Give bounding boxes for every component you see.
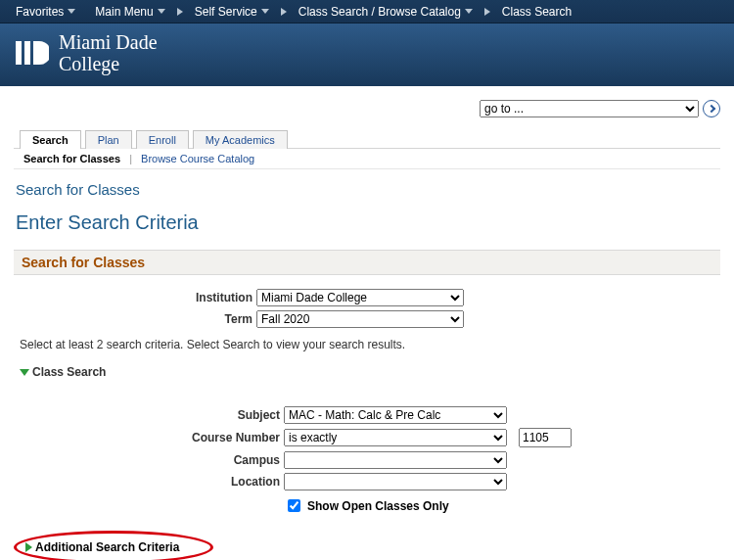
location-label: Location — [14, 475, 284, 489]
banner-line1: Miami Dade — [59, 31, 158, 53]
tab-plan[interactable]: Plan — [85, 130, 132, 149]
tab-search[interactable]: Search — [20, 130, 81, 149]
tab-enroll[interactable]: Enroll — [136, 130, 189, 149]
goto-select[interactable]: go to ... — [480, 100, 699, 117]
subtab-divider: | — [129, 153, 132, 164]
banner: Miami Dade College — [0, 23, 734, 86]
tab-label: Enroll — [149, 134, 176, 146]
chevron-right-icon — [177, 8, 183, 16]
show-open-label: Show Open Classes Only — [307, 499, 449, 513]
breadcrumb-label: Self Service — [195, 5, 257, 19]
triangle-down-icon — [20, 369, 29, 376]
class-search-twisty[interactable]: Class Search — [20, 365, 720, 379]
go-button[interactable] — [703, 100, 720, 117]
arrow-right-icon — [708, 105, 715, 113]
chevron-down-icon — [465, 9, 473, 14]
tab-label: Plan — [98, 134, 119, 146]
chevron-down-icon — [261, 9, 269, 14]
chevron-down-icon — [158, 9, 165, 14]
page-content: go to ... Search Plan Enroll My Academic… — [0, 100, 734, 560]
search-note: Select at least 2 search criteria. Selec… — [20, 338, 718, 351]
subtabs: Search for Classes | Browse Course Catal… — [14, 149, 720, 169]
tab-my-academics[interactable]: My Academics — [193, 130, 288, 149]
breadcrumb-class-search[interactable]: Class Search — [494, 0, 579, 23]
row-institution: Institution Miami Dade College — [14, 289, 720, 306]
main-menu[interactable]: Main Menu — [87, 0, 172, 23]
institution-label: Institution — [14, 291, 256, 304]
tab-label: Search — [32, 134, 69, 146]
subject-label: Subject — [14, 408, 284, 422]
college-logo-icon — [14, 35, 49, 70]
breadcrumb-label: Class Search — [502, 5, 572, 19]
additional-criteria-wrap: Additional Search Criteria — [14, 533, 720, 560]
class-search-label: Class Search — [32, 365, 106, 379]
row-campus: Campus — [14, 451, 720, 469]
campus-label: Campus — [14, 453, 284, 467]
location-select[interactable] — [284, 473, 507, 490]
page-heading: Enter Search Criteria — [16, 211, 720, 234]
svg-rect-0 — [16, 41, 22, 65]
additional-criteria-label: Additional Search Criteria — [35, 540, 179, 554]
goto-row: go to ... — [14, 100, 720, 117]
row-course-number: Course Number is exactly — [14, 428, 720, 447]
svg-rect-1 — [24, 41, 30, 65]
banner-line2: College — [59, 53, 158, 74]
main-menu-label: Main Menu — [95, 5, 153, 19]
course-number-input[interactable] — [519, 428, 572, 447]
chevron-right-icon — [281, 8, 287, 16]
breadcrumb-self-service[interactable]: Self Service — [187, 0, 277, 23]
row-term: Term Fall 2020 — [14, 310, 720, 328]
tabs: Search Plan Enroll My Academics — [14, 129, 720, 149]
show-open-checkbox[interactable] — [288, 499, 300, 512]
chevron-right-icon — [484, 8, 490, 16]
triangle-right-icon — [25, 542, 32, 552]
institution-select[interactable]: Miami Dade College — [256, 289, 464, 306]
favorites-label: Favorites — [16, 5, 64, 19]
chevron-down-icon — [68, 9, 75, 14]
row-subject: Subject MAC - Math: Calc & Pre Calc — [14, 406, 720, 424]
favorites-menu[interactable]: Favorites — [8, 0, 83, 23]
section-bar: Search for Classes — [14, 250, 720, 275]
breadcrumb-label: Class Search / Browse Catalog — [298, 5, 461, 19]
campus-select[interactable] — [284, 451, 507, 469]
row-location: Location — [14, 473, 720, 490]
subject-select[interactable]: MAC - Math: Calc & Pre Calc — [284, 406, 507, 424]
subtab-search-for-classes[interactable]: Search for Classes — [23, 153, 120, 164]
banner-text: Miami Dade College — [59, 31, 158, 74]
term-label: Term — [14, 312, 256, 326]
term-select[interactable]: Fall 2020 — [256, 310, 464, 328]
additional-criteria-twisty[interactable]: Additional Search Criteria — [25, 540, 179, 554]
breadcrumb-class-search-browse[interactable]: Class Search / Browse Catalog — [291, 0, 481, 23]
tab-label: My Academics — [206, 134, 275, 146]
course-number-label: Course Number — [14, 431, 284, 444]
course-number-op-select[interactable]: is exactly — [284, 429, 507, 446]
row-show-open: Show Open Classes Only — [284, 496, 720, 515]
subtab-browse-catalog[interactable]: Browse Course Catalog — [141, 153, 254, 164]
page-title: Search for Classes — [16, 181, 720, 198]
top-navigation: Favorites Main Menu Self Service Class S… — [0, 0, 734, 23]
